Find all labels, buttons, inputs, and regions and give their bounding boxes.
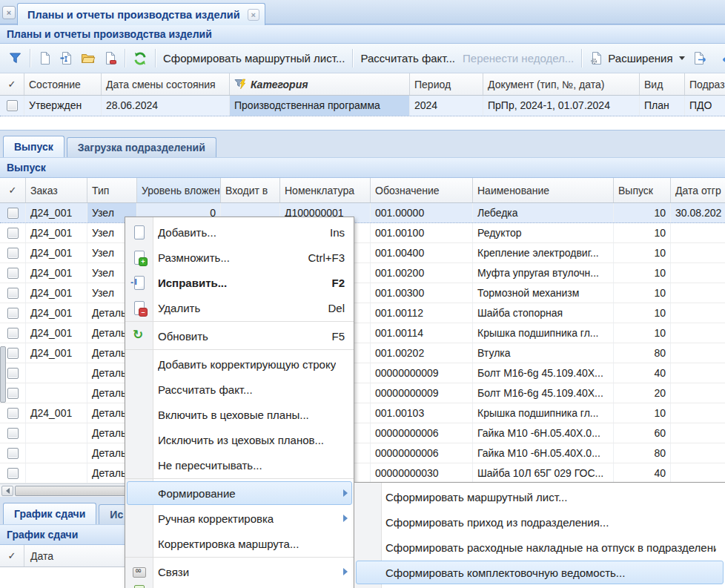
- column-header-parent[interactable]: Входит в: [221, 178, 280, 202]
- table-row[interactable]: Д24_001 Узел 0 Д100000001 001.00000 Лебе…: [0, 203, 725, 223]
- tab-department-load[interactable]: Загрузка подразделений: [67, 137, 216, 157]
- table-row[interactable]: Д24_001 Деталь 001.00112 Шайба стопорная…: [0, 303, 725, 323]
- add-button[interactable]: [34, 49, 56, 67]
- column-header-kind[interactable]: Вид: [640, 73, 685, 95]
- page-title: Планы и отчеты производства изделий: [7, 28, 212, 40]
- menu-item[interactable]: Обновить F5: [125, 323, 354, 348]
- submenu-item[interactable]: Сформировать расходные накладные на отпу…: [354, 535, 725, 560]
- menu-item[interactable]: Корректировка маршрута...: [125, 531, 354, 556]
- scroll-left-arrow[interactable]: [1, 486, 13, 496]
- table-row[interactable]: Д24_001 Узел 001.00100 Редуктор 10: [0, 223, 725, 243]
- cell-output: 10: [614, 263, 671, 283]
- cell-output: 10: [614, 223, 671, 242]
- menu-item[interactable]: Исключить из цеховых планов...: [125, 427, 354, 452]
- column-header-name[interactable]: Наименование: [473, 178, 614, 202]
- row-checkbox[interactable]: [7, 308, 19, 319]
- row-checkbox[interactable]: [7, 448, 19, 459]
- column-header-state[interactable]: Состояние: [24, 73, 102, 95]
- row-checkbox[interactable]: [7, 388, 19, 399]
- open-button[interactable]: [77, 49, 99, 67]
- table-row[interactable]: Деталь 00000000030 Шайба 10Л 65Г 029 ГОС…: [0, 463, 725, 483]
- column-header-state-date[interactable]: Дата смены состояния: [102, 73, 230, 95]
- column-header-division[interactable]: Подраз: [685, 73, 725, 95]
- column-header-period[interactable]: Период: [410, 73, 483, 95]
- cell-designation: 00000000009: [371, 363, 473, 383]
- cell-output: 80: [614, 343, 671, 363]
- tab-output[interactable]: Выпуск: [3, 136, 64, 157]
- cell-output: 10: [614, 303, 671, 323]
- column-header-check[interactable]: ✓: [0, 178, 26, 202]
- menu-item[interactable]: Связи: [125, 559, 354, 584]
- table-row[interactable]: Д24_001 Узел 001.00400 Крепление электро…: [0, 243, 725, 263]
- menu-item[interactable]: Формирование: [125, 480, 354, 506]
- row-check-cell: [0, 303, 26, 323]
- menu-item[interactable]: Добавить корректирующую строку...: [125, 351, 354, 377]
- submenu-item[interactable]: Сформировать приход из подразделения...: [354, 509, 725, 535]
- menu-item[interactable]: Включить в цеховые планы...: [125, 402, 354, 427]
- gear-document-icon: [589, 51, 603, 65]
- column-header-check[interactable]: ✓: [0, 545, 24, 566]
- row-checkbox[interactable]: [7, 208, 19, 219]
- filter-button[interactable]: [4, 49, 26, 67]
- row-checkbox[interactable]: [7, 328, 19, 339]
- menu-item[interactable]: [125, 584, 354, 588]
- menu-item[interactable]: Ручная корректировка: [125, 506, 354, 531]
- table-row[interactable]: Деталь 00000000006 Гайка М10 -6Н.05.40Х.…: [0, 423, 725, 443]
- row-checkbox[interactable]: [7, 408, 19, 419]
- table-row[interactable]: Деталь 00000000009 Болт М16-6g 45.109.40…: [0, 363, 725, 383]
- make-route-list-button[interactable]: Сформировать маршрутный лист...: [159, 50, 348, 67]
- row-checkbox[interactable]: [7, 288, 19, 299]
- refresh-button[interactable]: [129, 49, 151, 68]
- menu-item[interactable]: Удалить Del: [125, 295, 354, 320]
- table-row[interactable]: Д24_001 Деталь 001.00114 Крышка подшипни…: [0, 323, 725, 343]
- table-row[interactable]: Д24_001 Узел 001.00200 Муфта упругая вту…: [0, 263, 725, 283]
- table-row[interactable]: Д24_001 Деталь 001.00103 Крышка подшипни…: [0, 403, 725, 423]
- row-checkbox[interactable]: [7, 248, 19, 259]
- tab-delivery-schedule[interactable]: График сдачи: [3, 503, 96, 524]
- column-header-document[interactable]: Документ (тип, №, дата): [483, 73, 640, 95]
- column-header-category[interactable]: Категория: [230, 73, 410, 95]
- table-row[interactable]: Д24_001 Деталь 001.00202 Втулка 80: [0, 343, 725, 363]
- row-checkbox[interactable]: [7, 228, 19, 239]
- row-checkbox[interactable]: [7, 268, 19, 279]
- row-checkbox[interactable]: [7, 468, 19, 479]
- submenu-item[interactable]: Сформировать комплектовочную ведомость..…: [354, 560, 725, 585]
- import-document-icon: [721, 51, 725, 65]
- link-icon: [132, 564, 147, 579]
- column-header-output[interactable]: Выпуск: [614, 178, 671, 202]
- edit-button[interactable]: [56, 49, 77, 67]
- calc-fact-button[interactable]: Рассчитать факт...: [357, 50, 459, 67]
- column-header-nesting-level[interactable]: Уровень вложен: [137, 178, 221, 202]
- table-row[interactable]: Деталь 00000000006 Гайка М10 -6Н.05.40Х.…: [0, 443, 725, 463]
- table-row[interactable]: Утвержден 28.06.2024 Производственная пр…: [0, 96, 725, 116]
- row-checkbox[interactable]: [7, 100, 18, 111]
- document-tab[interactable]: Планы и отчеты производства изделий ×: [17, 3, 265, 25]
- column-header-type[interactable]: Тип: [87, 178, 137, 202]
- row-checkbox[interactable]: [7, 368, 19, 379]
- table-row[interactable]: Деталь 00000000009 Болт М16-6g 45.109.40…: [0, 383, 725, 403]
- column-header-order[interactable]: Заказ: [26, 178, 87, 202]
- column-header-nomenclature[interactable]: Номенклатура: [280, 178, 371, 202]
- cell-order: Д24_001: [26, 403, 87, 423]
- import-button[interactable]: [718, 49, 725, 67]
- close-icon[interactable]: ×: [248, 9, 259, 21]
- column-header-designation[interactable]: Обозначение: [371, 178, 473, 202]
- table-row[interactable]: Д24_001 Узел 001.00300 Тормозной механиз…: [0, 283, 725, 303]
- row-check-cell: [0, 283, 26, 303]
- cell-ship-date: [671, 323, 725, 343]
- menu-item[interactable]: Не пересчитывать...: [125, 452, 354, 478]
- menu-item[interactable]: Рассчитать факт...: [125, 377, 354, 402]
- extensions-button[interactable]: Расширения: [586, 49, 688, 67]
- menu-item[interactable]: Добавить... Ins: [125, 219, 354, 245]
- delete-button[interactable]: [99, 49, 121, 67]
- vertical-scrollbar-thumb[interactable]: [0, 346, 6, 403]
- close-tab-group-icon[interactable]: ×: [2, 6, 16, 19]
- column-header-check[interactable]: ✓: [0, 73, 24, 95]
- export-button[interactable]: [689, 49, 711, 67]
- menu-item[interactable]: Исправить... F2: [125, 270, 354, 295]
- row-checkbox[interactable]: [7, 348, 19, 359]
- column-header-ship-date[interactable]: Дата отгр: [671, 178, 725, 202]
- submenu-item[interactable]: Сформировать маршрутный лист...: [354, 484, 725, 509]
- menu-item[interactable]: Размножить... Ctrl+F3: [125, 245, 354, 270]
- row-checkbox[interactable]: [7, 428, 19, 439]
